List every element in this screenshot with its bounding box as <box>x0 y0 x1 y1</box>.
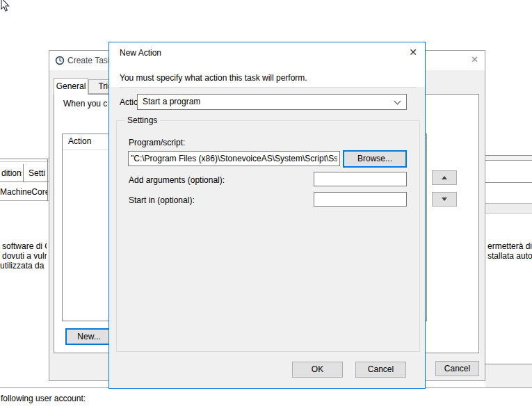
action-dropdown-value: Start a program <box>143 97 200 106</box>
move-up-button[interactable] <box>432 170 457 185</box>
actions-list-column-header[interactable]: Action <box>68 136 91 146</box>
browse-button[interactable]: Browse... <box>343 150 407 168</box>
chevron-down-icon <box>394 98 401 105</box>
tab-general[interactable]: General <box>54 78 88 95</box>
create-task-title: Create Task <box>67 56 112 65</box>
bg-text-line: ermetterà di <box>487 241 532 251</box>
ok-button[interactable]: OK <box>292 362 343 378</box>
action-dropdown[interactable]: Start a program <box>137 94 407 110</box>
bg-separator <box>0 200 49 201</box>
bg-separator <box>485 182 532 183</box>
actions-intro-text: When you c <box>63 99 107 108</box>
tab-general-label: General <box>56 81 86 91</box>
close-icon[interactable]: ✕ <box>471 54 478 65</box>
bg-text-line: stallata autor <box>487 251 532 261</box>
bg-tab-settings[interactable]: Setti <box>29 168 47 178</box>
create-task-cancel-button[interactable]: Cancel <box>435 361 479 376</box>
move-down-button[interactable] <box>432 192 457 207</box>
bg-separator <box>0 182 49 182</box>
bg-separator <box>0 159 49 159</box>
clock-icon <box>55 56 65 67</box>
desktop: ditions Setti MachineCore software di C … <box>0 0 532 411</box>
divider <box>120 87 417 88</box>
new-action-header: New Action ✕ You must specify what actio… <box>109 42 425 87</box>
instruction-text: You must specify what action this task w… <box>120 73 307 83</box>
bg-band <box>485 364 532 387</box>
new-action-button[interactable]: New... <box>65 328 113 345</box>
add-arguments-input[interactable] <box>314 172 407 186</box>
bg-band <box>485 203 532 213</box>
settings-group-label: Settings <box>124 115 160 125</box>
add-arguments-label: Add arguments (optional): <box>129 175 225 185</box>
start-in-input[interactable] <box>314 192 407 207</box>
new-action-cancel-button[interactable]: Cancel <box>355 362 406 378</box>
mouse-cursor-icon <box>1 0 10 15</box>
program-script-label: Program/script: <box>129 138 185 147</box>
bg-text-line: utilizzata da a <box>0 261 47 271</box>
bg-tab-conditions[interactable]: ditions <box>1 168 22 178</box>
bg-text-line: dovuti a vulr <box>2 251 47 261</box>
bg-tab-divider <box>23 164 24 182</box>
new-action-dialog: New Action ✕ You must specify what actio… <box>108 42 426 389</box>
bg-border <box>47 159 48 201</box>
move-up-icon <box>442 176 447 179</box>
new-action-title: New Action <box>120 48 161 58</box>
move-down-icon <box>442 198 447 201</box>
close-icon[interactable]: ✕ <box>409 47 417 58</box>
bg-text-line: software di C <box>2 241 47 251</box>
bg-user-account-label: following user account: <box>1 394 209 403</box>
program-script-input[interactable] <box>128 151 340 166</box>
bg-band <box>485 155 532 161</box>
bg-task-name[interactable]: MachineCore <box>0 187 47 197</box>
bg-separator <box>0 161 49 162</box>
start-in-label: Start in (optional): <box>129 195 195 205</box>
